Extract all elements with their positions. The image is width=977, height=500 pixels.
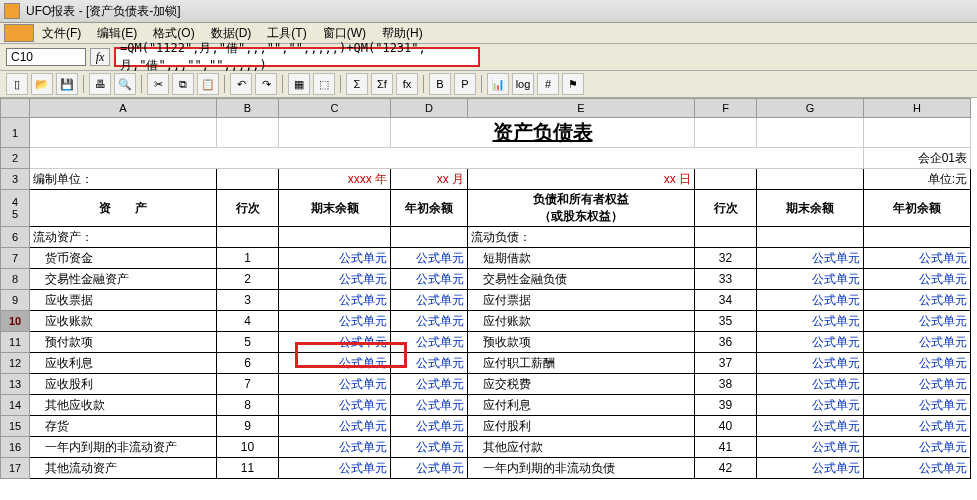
row-header[interactable]: 6	[1, 227, 30, 248]
sum-button[interactable]: Σ	[346, 73, 368, 95]
formula-cell[interactable]: 公式单元	[279, 458, 391, 479]
formula-cell[interactable]: 公式单元	[864, 269, 971, 290]
formula-cell[interactable]: 公式单元	[279, 395, 391, 416]
col-header[interactable]: A	[30, 99, 217, 118]
asset-name[interactable]: 预付款项	[30, 332, 217, 353]
menu-file[interactable]: 文件(F)	[34, 23, 89, 44]
liab-name[interactable]: 应交税费	[468, 374, 695, 395]
fx-icon[interactable]: fx	[90, 48, 110, 66]
asset-index[interactable]: 4	[217, 311, 279, 332]
col-header[interactable]: E	[468, 99, 695, 118]
liab-index[interactable]: 37	[695, 353, 757, 374]
asset-index[interactable]: 2	[217, 269, 279, 290]
copy-button[interactable]: ⧉	[172, 73, 194, 95]
formula-cell[interactable]: 公式单元	[864, 437, 971, 458]
liab-name[interactable]: 一年内到期的非流动负债	[468, 458, 695, 479]
asset-name[interactable]: 应收利息	[30, 353, 217, 374]
formula-cell[interactable]: 公式单元	[757, 395, 864, 416]
asset-name[interactable]: 存货	[30, 416, 217, 437]
col-header[interactable]	[1, 99, 30, 118]
row-header[interactable]: 13	[1, 374, 30, 395]
func-button[interactable]: fx	[396, 73, 418, 95]
formula-cell[interactable]: 公式单元	[391, 290, 468, 311]
col-header[interactable]: B	[217, 99, 279, 118]
formula-cell[interactable]: 公式单元	[279, 248, 391, 269]
row-header[interactable]: 15	[1, 416, 30, 437]
formula-cell[interactable]: 公式单元	[757, 416, 864, 437]
liab-index[interactable]: 42	[695, 458, 757, 479]
formula-cell[interactable]: 公式单元	[391, 395, 468, 416]
asset-name[interactable]: 应收票据	[30, 290, 217, 311]
formula-cell[interactable]: 公式单元	[757, 311, 864, 332]
log-button[interactable]: log	[512, 73, 534, 95]
liab-index[interactable]: 36	[695, 332, 757, 353]
formula-cell[interactable]: 公式单元	[864, 290, 971, 311]
asset-name[interactable]: 应收股利	[30, 374, 217, 395]
formula-cell[interactable]: 公式单元	[864, 332, 971, 353]
liab-index[interactable]: 35	[695, 311, 757, 332]
formula-cell[interactable]: 公式单元	[757, 458, 864, 479]
row-header[interactable]: 16	[1, 437, 30, 458]
asset-name[interactable]: 其他应收款	[30, 395, 217, 416]
new-button[interactable]: ▯	[6, 73, 28, 95]
row-header[interactable]: 2	[1, 148, 30, 169]
asset-index[interactable]: 3	[217, 290, 279, 311]
sheet-area[interactable]: ABCDEFGH 1 资产负债表 2 会企01表 3 编制单位： xxxx 年 …	[0, 98, 977, 500]
formula-cell[interactable]: 公式单元	[864, 353, 971, 374]
col-header[interactable]: G	[757, 99, 864, 118]
redo-button[interactable]: ↷	[255, 73, 277, 95]
formula-cell[interactable]: 公式单元	[757, 332, 864, 353]
hash-button[interactable]: #	[537, 73, 559, 95]
formula-cell[interactable]: 公式单元	[757, 374, 864, 395]
formula-cell[interactable]: 公式单元	[279, 353, 391, 374]
formula-cell[interactable]: 公式单元	[391, 374, 468, 395]
liab-name[interactable]: 交易性金融负债	[468, 269, 695, 290]
formula-cell[interactable]: 公式单元	[391, 353, 468, 374]
formula-cell[interactable]: 公式单元	[391, 437, 468, 458]
liab-name[interactable]: 应付利息	[468, 395, 695, 416]
formula-cell[interactable]: 公式单元	[391, 248, 468, 269]
liab-name[interactable]: 预收款项	[468, 332, 695, 353]
col-header[interactable]: C	[279, 99, 391, 118]
col-header[interactable]: D	[391, 99, 468, 118]
formula-cell[interactable]: 公式单元	[757, 269, 864, 290]
row-header[interactable]: 12	[1, 353, 30, 374]
asset-name[interactable]: 应收账款	[30, 311, 217, 332]
formula-cell[interactable]: 公式单元	[279, 290, 391, 311]
chart-button[interactable]: 📊	[487, 73, 509, 95]
liab-index[interactable]: 41	[695, 437, 757, 458]
undo-button[interactable]: ↶	[230, 73, 252, 95]
p-button[interactable]: P	[454, 73, 476, 95]
row-header[interactable]: 10	[1, 311, 30, 332]
cell-reference[interactable]: C10	[6, 48, 86, 66]
formula-cell[interactable]: 公式单元	[391, 332, 468, 353]
formula-cell[interactable]: 公式单元	[757, 353, 864, 374]
liab-index[interactable]: 33	[695, 269, 757, 290]
asset-name[interactable]: 货币资金	[30, 248, 217, 269]
formula-cell[interactable]: 公式单元	[279, 332, 391, 353]
formula-cell[interactable]: 公式单元	[391, 269, 468, 290]
asset-name[interactable]: 其他流动资产	[30, 458, 217, 479]
formula-cell[interactable]: 公式单元	[391, 416, 468, 437]
row-header[interactable]: 7	[1, 248, 30, 269]
merge-button[interactable]: ⬚	[313, 73, 335, 95]
liab-name[interactable]: 其他应付款	[468, 437, 695, 458]
liab-index[interactable]: 34	[695, 290, 757, 311]
liab-index[interactable]: 38	[695, 374, 757, 395]
liab-index[interactable]: 40	[695, 416, 757, 437]
asset-index[interactable]: 8	[217, 395, 279, 416]
formula-cell[interactable]: 公式单元	[757, 290, 864, 311]
col-header[interactable]: H	[864, 99, 971, 118]
bold-button[interactable]: B	[429, 73, 451, 95]
formula-cell[interactable]: 公式单元	[864, 395, 971, 416]
formula-cell[interactable]: 公式单元	[757, 437, 864, 458]
row-header[interactable]: 14	[1, 395, 30, 416]
formula-cell[interactable]: 公式单元	[864, 374, 971, 395]
row-header[interactable]: 9	[1, 290, 30, 311]
col-header[interactable]: F	[695, 99, 757, 118]
formula-input[interactable]: =QM("1122",月,"借",,,"","",,,,,)+QM("1231"…	[114, 47, 480, 67]
sigma-button[interactable]: Σf	[371, 73, 393, 95]
asset-index[interactable]: 1	[217, 248, 279, 269]
row-header[interactable]: 17	[1, 458, 30, 479]
spreadsheet[interactable]: ABCDEFGH 1 资产负债表 2 会企01表 3 编制单位： xxxx 年 …	[0, 98, 971, 479]
